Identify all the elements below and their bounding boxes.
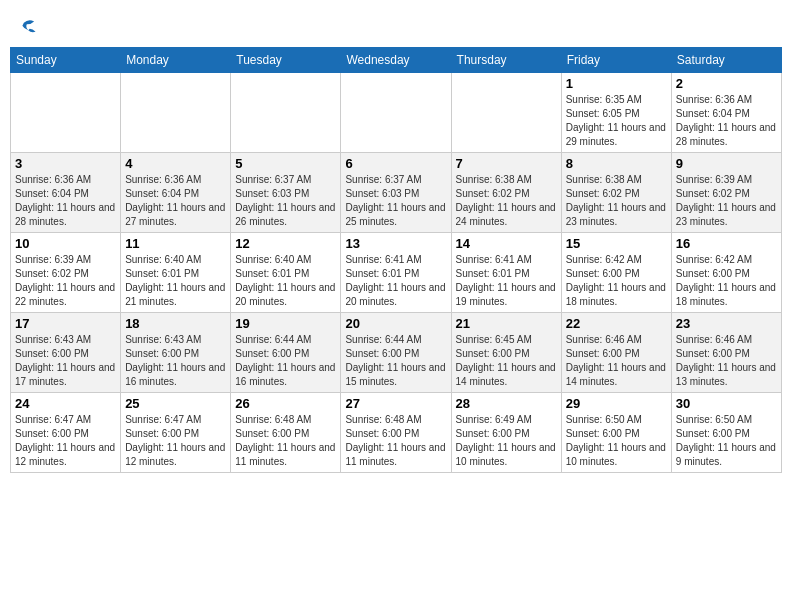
day-info: Sunrise: 6:48 AM Sunset: 6:00 PM Dayligh… <box>345 413 446 469</box>
day-info: Sunrise: 6:36 AM Sunset: 6:04 PM Dayligh… <box>125 173 226 229</box>
day-number: 25 <box>125 396 226 411</box>
day-of-week-header: Sunday <box>11 47 121 72</box>
calendar-week-row: 10Sunrise: 6:39 AM Sunset: 6:02 PM Dayli… <box>11 232 782 312</box>
day-info: Sunrise: 6:41 AM Sunset: 6:01 PM Dayligh… <box>456 253 557 309</box>
day-number: 4 <box>125 156 226 171</box>
day-info: Sunrise: 6:49 AM Sunset: 6:00 PM Dayligh… <box>456 413 557 469</box>
day-info: Sunrise: 6:40 AM Sunset: 6:01 PM Dayligh… <box>235 253 336 309</box>
day-info: Sunrise: 6:46 AM Sunset: 6:00 PM Dayligh… <box>676 333 777 389</box>
day-of-week-header: Saturday <box>671 47 781 72</box>
day-number: 26 <box>235 396 336 411</box>
day-number: 22 <box>566 316 667 331</box>
day-info: Sunrise: 6:41 AM Sunset: 6:01 PM Dayligh… <box>345 253 446 309</box>
day-info: Sunrise: 6:44 AM Sunset: 6:00 PM Dayligh… <box>235 333 336 389</box>
day-info: Sunrise: 6:45 AM Sunset: 6:00 PM Dayligh… <box>456 333 557 389</box>
calendar-day-cell: 25Sunrise: 6:47 AM Sunset: 6:00 PM Dayli… <box>121 392 231 472</box>
calendar-day-cell: 6Sunrise: 6:37 AM Sunset: 6:03 PM Daylig… <box>341 152 451 232</box>
day-number: 7 <box>456 156 557 171</box>
calendar-week-row: 3Sunrise: 6:36 AM Sunset: 6:04 PM Daylig… <box>11 152 782 232</box>
day-number: 17 <box>15 316 116 331</box>
calendar-day-cell: 29Sunrise: 6:50 AM Sunset: 6:00 PM Dayli… <box>561 392 671 472</box>
calendar-header-row: SundayMondayTuesdayWednesdayThursdayFrid… <box>11 47 782 72</box>
day-info: Sunrise: 6:43 AM Sunset: 6:00 PM Dayligh… <box>15 333 116 389</box>
day-info: Sunrise: 6:43 AM Sunset: 6:00 PM Dayligh… <box>125 333 226 389</box>
calendar-day-cell: 17Sunrise: 6:43 AM Sunset: 6:00 PM Dayli… <box>11 312 121 392</box>
calendar-day-cell: 21Sunrise: 6:45 AM Sunset: 6:00 PM Dayli… <box>451 312 561 392</box>
calendar-day-cell: 28Sunrise: 6:49 AM Sunset: 6:00 PM Dayli… <box>451 392 561 472</box>
calendar-day-cell: 30Sunrise: 6:50 AM Sunset: 6:00 PM Dayli… <box>671 392 781 472</box>
calendar-day-cell: 1Sunrise: 6:35 AM Sunset: 6:05 PM Daylig… <box>561 72 671 152</box>
day-info: Sunrise: 6:40 AM Sunset: 6:01 PM Dayligh… <box>125 253 226 309</box>
day-info: Sunrise: 6:37 AM Sunset: 6:03 PM Dayligh… <box>235 173 336 229</box>
day-info: Sunrise: 6:38 AM Sunset: 6:02 PM Dayligh… <box>566 173 667 229</box>
day-number: 27 <box>345 396 446 411</box>
calendar-day-cell: 7Sunrise: 6:38 AM Sunset: 6:02 PM Daylig… <box>451 152 561 232</box>
day-of-week-header: Wednesday <box>341 47 451 72</box>
calendar-day-cell: 13Sunrise: 6:41 AM Sunset: 6:01 PM Dayli… <box>341 232 451 312</box>
day-info: Sunrise: 6:48 AM Sunset: 6:00 PM Dayligh… <box>235 413 336 469</box>
calendar-day-cell: 10Sunrise: 6:39 AM Sunset: 6:02 PM Dayli… <box>11 232 121 312</box>
day-of-week-header: Friday <box>561 47 671 72</box>
day-number: 21 <box>456 316 557 331</box>
calendar-day-cell: 15Sunrise: 6:42 AM Sunset: 6:00 PM Dayli… <box>561 232 671 312</box>
day-info: Sunrise: 6:47 AM Sunset: 6:00 PM Dayligh… <box>15 413 116 469</box>
day-number: 29 <box>566 396 667 411</box>
day-number: 8 <box>566 156 667 171</box>
day-info: Sunrise: 6:44 AM Sunset: 6:00 PM Dayligh… <box>345 333 446 389</box>
calendar-day-cell: 4Sunrise: 6:36 AM Sunset: 6:04 PM Daylig… <box>121 152 231 232</box>
day-info: Sunrise: 6:47 AM Sunset: 6:00 PM Dayligh… <box>125 413 226 469</box>
day-number: 11 <box>125 236 226 251</box>
page-header <box>10 10 782 39</box>
calendar-day-cell: 23Sunrise: 6:46 AM Sunset: 6:00 PM Dayli… <box>671 312 781 392</box>
day-info: Sunrise: 6:37 AM Sunset: 6:03 PM Dayligh… <box>345 173 446 229</box>
calendar-day-cell <box>121 72 231 152</box>
calendar-day-cell: 12Sunrise: 6:40 AM Sunset: 6:01 PM Dayli… <box>231 232 341 312</box>
calendar-day-cell: 2Sunrise: 6:36 AM Sunset: 6:04 PM Daylig… <box>671 72 781 152</box>
day-number: 14 <box>456 236 557 251</box>
day-number: 6 <box>345 156 446 171</box>
day-of-week-header: Tuesday <box>231 47 341 72</box>
day-number: 24 <box>15 396 116 411</box>
day-number: 12 <box>235 236 336 251</box>
calendar-week-row: 17Sunrise: 6:43 AM Sunset: 6:00 PM Dayli… <box>11 312 782 392</box>
day-info: Sunrise: 6:38 AM Sunset: 6:02 PM Dayligh… <box>456 173 557 229</box>
logo-bird-icon <box>18 17 40 39</box>
calendar-day-cell: 9Sunrise: 6:39 AM Sunset: 6:02 PM Daylig… <box>671 152 781 232</box>
day-number: 13 <box>345 236 446 251</box>
day-number: 2 <box>676 76 777 91</box>
calendar-day-cell: 27Sunrise: 6:48 AM Sunset: 6:00 PM Dayli… <box>341 392 451 472</box>
calendar-day-cell <box>341 72 451 152</box>
day-of-week-header: Thursday <box>451 47 561 72</box>
day-number: 10 <box>15 236 116 251</box>
day-info: Sunrise: 6:50 AM Sunset: 6:00 PM Dayligh… <box>566 413 667 469</box>
day-number: 20 <box>345 316 446 331</box>
day-info: Sunrise: 6:42 AM Sunset: 6:00 PM Dayligh… <box>676 253 777 309</box>
day-number: 5 <box>235 156 336 171</box>
calendar-week-row: 1Sunrise: 6:35 AM Sunset: 6:05 PM Daylig… <box>11 72 782 152</box>
day-number: 1 <box>566 76 667 91</box>
day-number: 16 <box>676 236 777 251</box>
calendar-day-cell: 19Sunrise: 6:44 AM Sunset: 6:00 PM Dayli… <box>231 312 341 392</box>
day-number: 3 <box>15 156 116 171</box>
day-number: 28 <box>456 396 557 411</box>
day-info: Sunrise: 6:39 AM Sunset: 6:02 PM Dayligh… <box>676 173 777 229</box>
calendar-day-cell <box>451 72 561 152</box>
calendar-day-cell: 8Sunrise: 6:38 AM Sunset: 6:02 PM Daylig… <box>561 152 671 232</box>
calendar-day-cell: 22Sunrise: 6:46 AM Sunset: 6:00 PM Dayli… <box>561 312 671 392</box>
day-number: 23 <box>676 316 777 331</box>
day-number: 9 <box>676 156 777 171</box>
day-info: Sunrise: 6:36 AM Sunset: 6:04 PM Dayligh… <box>676 93 777 149</box>
day-of-week-header: Monday <box>121 47 231 72</box>
day-number: 15 <box>566 236 667 251</box>
day-info: Sunrise: 6:39 AM Sunset: 6:02 PM Dayligh… <box>15 253 116 309</box>
calendar-day-cell: 20Sunrise: 6:44 AM Sunset: 6:00 PM Dayli… <box>341 312 451 392</box>
calendar-day-cell: 24Sunrise: 6:47 AM Sunset: 6:00 PM Dayli… <box>11 392 121 472</box>
day-number: 19 <box>235 316 336 331</box>
day-number: 18 <box>125 316 226 331</box>
calendar-day-cell: 18Sunrise: 6:43 AM Sunset: 6:00 PM Dayli… <box>121 312 231 392</box>
calendar-table: SundayMondayTuesdayWednesdayThursdayFrid… <box>10 47 782 473</box>
day-info: Sunrise: 6:50 AM Sunset: 6:00 PM Dayligh… <box>676 413 777 469</box>
day-info: Sunrise: 6:36 AM Sunset: 6:04 PM Dayligh… <box>15 173 116 229</box>
day-number: 30 <box>676 396 777 411</box>
day-info: Sunrise: 6:46 AM Sunset: 6:00 PM Dayligh… <box>566 333 667 389</box>
